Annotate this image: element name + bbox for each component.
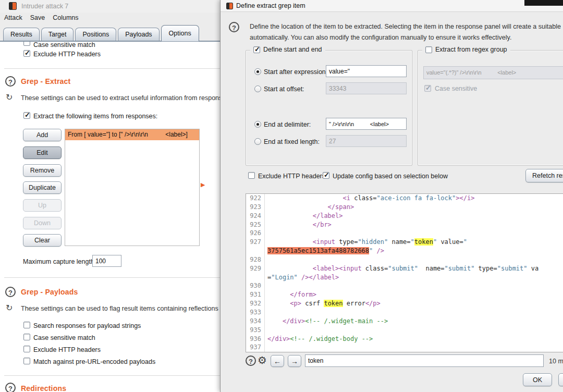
extract-regex-label: Extract from regex group xyxy=(435,46,507,53)
tab-target[interactable]: Target xyxy=(41,28,74,41)
section-divider xyxy=(4,375,226,376)
menu-save[interactable]: Save xyxy=(30,14,45,21)
update-config-checkbox[interactable] xyxy=(323,172,329,179)
response-code-viewer[interactable]: 922 <i class="ace-icon fa fa-lock"></i>9… xyxy=(246,193,563,352)
line-number xyxy=(246,273,265,282)
menu-attack[interactable]: Attack xyxy=(4,14,22,21)
code-line: 934 </div><!-- /.widget-main --> xyxy=(246,317,563,326)
help-icon[interactable] xyxy=(5,76,16,87)
end-at-fixed-length-input: 27 xyxy=(326,135,407,147)
max-capture-input[interactable]: 100 xyxy=(92,255,121,267)
help-icon[interactable] xyxy=(229,22,239,32)
help-icon[interactable] xyxy=(246,356,256,366)
define-start-end-checkbox[interactable] xyxy=(253,46,260,53)
line-number: 927 xyxy=(246,238,265,247)
background-window-corner xyxy=(524,0,563,6)
define-extract-grep-item-dialog: Define extract grep item Define the loca… xyxy=(220,0,563,392)
start-after-expression-radio[interactable] xyxy=(254,68,261,75)
code-line: 923 </span> xyxy=(246,203,563,212)
extract-regex-title: Extract from regex group xyxy=(422,46,510,53)
dialog-exclude-http-checkbox[interactable] xyxy=(248,172,255,179)
define-start-end-label: Define start and end xyxy=(263,46,322,53)
code-text: <input type="hidden" name="token" value=… xyxy=(267,238,467,247)
case-sensitive-match-checkbox[interactable] xyxy=(23,334,30,340)
line-number: 929 xyxy=(246,264,265,273)
expand-arrow-icon[interactable] xyxy=(201,181,205,188)
grep-extract-item-selected[interactable]: From [ value="] to [" />\r\n\r\n <label>… xyxy=(65,129,199,140)
start-at-offset-radio[interactable] xyxy=(254,85,261,92)
checkbox-label: Exclude HTTP headers xyxy=(33,346,101,353)
code-line: 937 xyxy=(246,343,563,352)
regex-pattern-input: value="(.*?)" />\r\n\r\n <label> xyxy=(423,66,563,79)
down-button: Down xyxy=(23,217,62,229)
line-number: 933 xyxy=(246,308,265,317)
code-text: </div><!-- /.widget-body --> xyxy=(267,335,373,344)
search-input[interactable]: token xyxy=(305,354,544,367)
window-titlebar: Intruder attack 7 xyxy=(0,0,226,13)
line-number: 935 xyxy=(246,326,265,335)
code-line: 936</div><!-- /.widget-body --> xyxy=(246,335,563,344)
tab-results[interactable]: Results xyxy=(3,28,40,41)
add-button[interactable]: Add xyxy=(23,129,62,141)
max-capture-label: Maximum capture length: xyxy=(23,258,96,265)
tab-strip: ResultsTargetPositionsPayloadsOptions xyxy=(3,24,222,41)
exclude-http-headers-checkbox[interactable] xyxy=(23,346,30,352)
regex-case-sensitive-checkbox xyxy=(424,85,431,92)
refresh-icon[interactable] xyxy=(6,303,15,313)
refetch-response-button[interactable]: Refetch res xyxy=(525,169,563,182)
line-number: 925 xyxy=(246,220,265,229)
remove-button[interactable]: Remove xyxy=(23,164,62,177)
end-at-fixed-length-label: End at fixed length: xyxy=(264,138,320,145)
help-icon[interactable] xyxy=(5,287,16,297)
code-text: </form> xyxy=(267,290,316,299)
dialog-title: Define extract grep item xyxy=(236,2,305,9)
end-at-delimiter-radio[interactable] xyxy=(254,121,261,128)
line-number xyxy=(246,247,265,255)
code-text: <label><input class="submit" name="submi… xyxy=(267,264,538,273)
grep-extract-list[interactable]: From [ value="] to [" />\r\n\r\n <label>… xyxy=(65,129,200,246)
tab-payloads[interactable]: Payloads xyxy=(118,28,159,41)
help-icon[interactable] xyxy=(5,383,16,392)
case-sensitive-match-checkbox-top[interactable] xyxy=(23,42,30,46)
end-at-delimiter-label: End at delimiter: xyxy=(264,121,311,128)
start-at-offset-label: Start at offset: xyxy=(264,85,304,93)
code-line: 935 xyxy=(246,326,563,335)
start-after-expression-input[interactable]: value=" xyxy=(326,65,407,77)
code-line: 924 </label> xyxy=(246,212,563,220)
line-number: 934 xyxy=(246,317,265,326)
duplicate-button[interactable]: Duplicate xyxy=(23,181,62,194)
prev-match-button[interactable]: ← xyxy=(271,355,284,367)
extract-regex-checkbox[interactable] xyxy=(425,46,432,53)
code-line: 925 </br> xyxy=(246,220,563,229)
exclude-http-headers-checkbox-top[interactable] xyxy=(23,50,30,57)
clear-button[interactable]: Clear xyxy=(23,234,62,247)
end-at-fixed-length-radio[interactable] xyxy=(254,138,261,145)
refresh-icon[interactable] xyxy=(6,93,15,102)
cancel-button[interactable]: C xyxy=(558,373,563,386)
start-after-expression-label: Start after expression: xyxy=(264,68,327,76)
code-line: 928 xyxy=(246,255,563,264)
end-at-delimiter-input[interactable]: " />\r\n\r\n <label> xyxy=(326,118,407,130)
menu-columns[interactable]: Columns xyxy=(53,14,78,21)
search-responses-for-payload-strings-checkbox[interactable] xyxy=(23,322,30,328)
menubar: AttackSaveColumns xyxy=(4,14,79,21)
next-match-button[interactable]: → xyxy=(288,355,301,367)
match-count-label: 10 m xyxy=(549,358,563,365)
extract-items-checkbox[interactable] xyxy=(23,112,30,119)
tab-positions[interactable]: Positions xyxy=(75,28,116,41)
code-text: </br> xyxy=(267,220,332,229)
code-line: 926 xyxy=(246,229,563,238)
code-text: <p> csrf token error</p> xyxy=(267,299,381,308)
gear-icon[interactable] xyxy=(258,354,267,366)
match-against-pre-url-encoded-payloads-checkbox[interactable] xyxy=(23,358,30,364)
ok-button[interactable]: OK xyxy=(523,373,552,386)
redirections-heading: Redirections xyxy=(21,384,66,392)
edit-button[interactable]: Edit xyxy=(23,146,62,159)
dialog-titlebar: Define extract grep item xyxy=(221,0,563,12)
code-line: 922 <i class="ace-icon fa fa-lock"></i> xyxy=(246,194,563,203)
line-number: 932 xyxy=(246,299,265,308)
code-line: 3757561a5ec1513afa488782668" /> xyxy=(246,247,563,255)
regex-case-sensitive-label: Case sensitive xyxy=(435,85,477,92)
tab-options[interactable]: Options xyxy=(161,25,199,41)
grep-payloads-heading: Grep - Payloads xyxy=(21,288,78,296)
